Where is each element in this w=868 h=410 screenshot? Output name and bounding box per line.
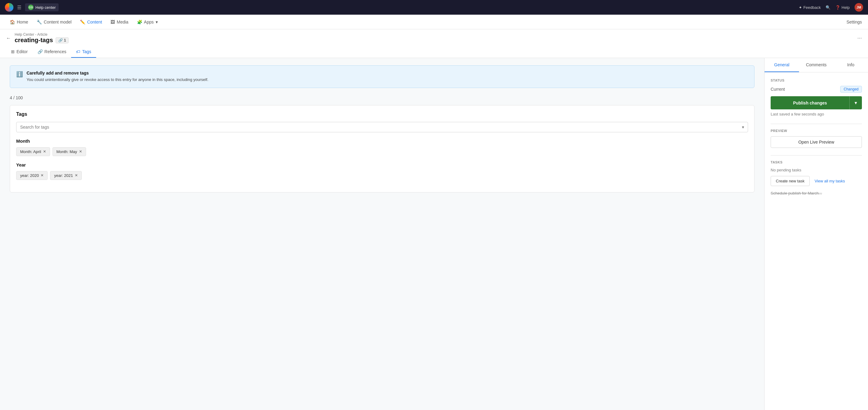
tag-group-month: Month Month: April ✕ Month: May ✕ [16,138,748,156]
tags-section: Tags ▾ Month Month: April ✕ Month: May ✕ [10,105,754,193]
menu-icon[interactable]: ☰ [17,5,21,10]
tags-section-title: Tags [16,112,748,117]
image-icon: 🖼 [111,20,115,24]
tasks-section: TASKS No pending tasks Create new task V… [771,160,862,196]
search-input[interactable] [20,125,742,129]
content-area: ℹ️ Carefully add and remove tags You cou… [0,58,764,410]
info-banner: ℹ️ Carefully add and remove tags You cou… [10,65,754,88]
remove-month-april-button[interactable]: ✕ [43,149,46,154]
tab-tags[interactable]: 🏷 Tags [71,46,96,58]
references-icon: 🔗 [37,49,43,54]
remove-year-2020-button[interactable]: ✕ [40,173,44,177]
main-layout: ℹ️ Carefully add and remove tags You cou… [0,58,868,410]
status-section: STATUS Current Changed Publish changes ▾… [771,79,862,116]
pencil-icon: ✏️ [80,20,85,24]
tab-references[interactable]: 🔗 References [33,46,71,58]
status-row: Current Changed [771,86,862,93]
entry-title: creating-tags 🔗 1 [14,37,854,44]
publish-changes-button[interactable]: Publish changes [771,96,849,109]
feedback-button[interactable]: ✦ Feedback [799,5,821,10]
info-banner-content: Carefully add and remove tags You could … [27,70,209,83]
last-saved-text: Last saved a few seconds ago [771,112,862,116]
preview-section: PREVIEW Open Live Preview [771,129,862,148]
sidebar-tab-info[interactable]: Info [834,58,868,72]
status-current-label: Current [771,87,785,92]
tag-label-month-april: Month: April [20,149,41,154]
ref-badge[interactable]: 🔗 1 [56,37,69,43]
publish-arrow-button[interactable]: ▾ [849,96,862,109]
space-name: Help center [35,5,56,10]
tags-icon: 🏷 [76,49,80,54]
wrench-icon: 🔧 [37,20,42,24]
view-all-tasks-link[interactable]: View all my tasks [814,179,845,183]
sidebar-tabs: General Comments Info [765,58,868,72]
no-tasks-label: No pending tasks [771,168,862,172]
tag-group-year: Year year: 2020 ✕ year: 2021 ✕ [16,162,748,180]
help-button[interactable]: ❓ Help [835,5,850,10]
home-icon: 🏠 [10,20,15,24]
link-icon: 🔗 [58,38,63,42]
tag-chip-month-april: Month: April ✕ [16,147,50,156]
app-logo[interactable] [5,3,13,11]
tasks-section-title: TASKS [771,160,862,164]
open-live-preview-button[interactable]: Open Live Preview [771,136,862,148]
sidebar-content: STATUS Current Changed Publish changes ▾… [765,72,868,207]
tag-label-year-2021: year: 2021 [54,173,73,178]
breadcrumb: Help Center - Article [14,32,854,37]
topbar-left: ☰ CO Help center [5,3,799,11]
sidebar-tab-comments[interactable]: Comments [799,58,834,72]
apps-chevron-icon: ▾ [156,20,158,24]
tab-editor[interactable]: ⊞ Editor [6,46,33,58]
entry-header: ← Help Center - Article creating-tags 🔗 … [0,29,868,58]
tag-chip-year-2021: year: 2021 ✕ [50,171,82,180]
tag-chip-month-may: Month: May ✕ [53,147,86,156]
nav-home[interactable]: 🏠 Home [6,18,32,26]
space-avatar: CO [28,5,34,10]
info-banner-title: Carefully add and remove tags [27,70,209,76]
topbar: ☰ CO Help center ✦ Feedback 🔍 ❓ Help JM [0,0,868,14]
create-new-task-button[interactable]: Create new task [771,176,810,186]
sidebar-tab-general[interactable]: General [765,58,799,72]
search-icon[interactable]: 🔍 [826,5,831,10]
nav-media[interactable]: 🖼 Media [107,18,132,26]
divider-2 [771,155,862,155]
info-banner-text: You could unintentionally give or revoke… [27,77,209,83]
editor-icon: ⊞ [11,49,14,54]
nav-apps[interactable]: 🧩 Apps ▾ [133,18,161,26]
month-group-title: Month [16,138,748,144]
year-tag-chips: year: 2020 ✕ year: 2021 ✕ [16,171,748,180]
tag-label-month-may: Month: May [57,149,77,154]
tag-count: 4 / 100 [10,95,754,100]
tag-chip-year-2020: year: 2020 ✕ [16,171,48,180]
tasks-actions: Create new task View all my tasks [771,176,862,186]
settings-link[interactable]: Settings [846,20,862,24]
nav-content-model[interactable]: 🔧 Content model [33,18,75,26]
info-icon: ℹ️ [16,71,23,83]
topbar-right: ✦ Feedback 🔍 ❓ Help JM [799,3,863,11]
tag-label-year-2020: year: 2020 [20,173,39,178]
back-button[interactable]: ← [6,35,11,41]
scheduled-publish-item: Schedule publish for March... [771,191,862,196]
space-selector[interactable]: CO Help center [25,3,59,11]
remove-month-may-button[interactable]: ✕ [79,149,82,154]
year-group-title: Year [16,162,748,168]
nav-content[interactable]: ✏️ Content [76,18,105,26]
search-tags-input[interactable]: ▾ [16,122,748,132]
more-options-button[interactable]: ··· [857,35,862,41]
chevron-down-icon: ▾ [742,125,744,129]
nav-items: 🏠 Home 🔧 Content model ✏️ Content 🖼 Medi… [6,18,846,26]
apps-icon: 🧩 [137,20,142,24]
sidebar: General Comments Info STATUS Current Cha… [764,58,868,410]
month-tag-chips: Month: April ✕ Month: May ✕ [16,147,748,156]
divider-1 [771,124,862,124]
status-badge: Changed [840,86,862,93]
user-avatar[interactable]: JM [855,3,863,11]
secondary-nav: 🏠 Home 🔧 Content model ✏️ Content 🖼 Medi… [0,14,868,29]
remove-year-2021-button[interactable]: ✕ [75,173,78,177]
preview-section-title: PREVIEW [771,129,862,133]
status-section-title: STATUS [771,79,862,82]
entry-tabs: ⊞ Editor 🔗 References 🏷 Tags [6,46,862,58]
publish-btn-row: Publish changes ▾ [771,96,862,109]
